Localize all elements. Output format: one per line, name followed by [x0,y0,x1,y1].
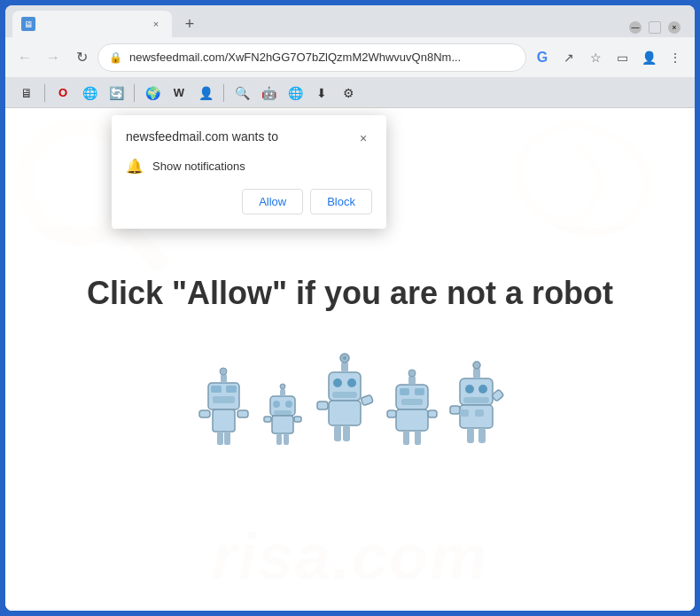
svg-rect-9 [217,432,223,445]
svg-rect-7 [199,410,210,417]
svg-rect-50 [463,397,489,403]
menu-button[interactable]: ⋮ [663,45,688,70]
svg-rect-40 [396,409,428,431]
svg-rect-38 [415,388,424,395]
toolbar-separator-1 [44,84,45,102]
svg-rect-37 [400,388,409,395]
svg-rect-19 [294,417,301,422]
new-tab-button[interactable]: + [174,11,206,37]
svg-rect-4 [226,386,237,393]
svg-rect-31 [334,425,341,441]
robot-4 [385,365,439,445]
google-button[interactable]: G [530,45,555,70]
svg-point-14 [273,401,280,408]
toolbar-icon-settings[interactable]: ⚙ [338,82,359,104]
address-text: newsfeedmail.com/XwFN2hGG7O7bZlQzmM2Whwv… [129,51,515,64]
active-tab[interactable]: 🖥 × [12,11,172,37]
toolbar-icon-robot[interactable]: 🤖 [258,82,279,104]
forward-button[interactable]: → [41,45,66,70]
back-button[interactable]: ← [12,45,37,70]
svg-rect-3 [211,386,222,393]
maximize-button[interactable] [649,21,661,34]
bookmark-button[interactable]: ☆ [583,45,608,70]
popup-actions: Allow Block [126,189,372,214]
robot-3 [313,347,377,445]
svg-rect-56 [473,368,480,378]
popup-close-button[interactable]: × [354,129,372,147]
svg-rect-28 [329,401,361,425]
allow-button[interactable]: Allow [242,189,303,214]
svg-point-35 [343,356,346,360]
captcha-heading: Click "Allow" if you are not a robot [87,275,613,312]
robot-2 [261,378,304,445]
browser-window: 🖥 × + — × ← → ↻ 🔒 newsfeedmail.com/XwFN2… [5,5,695,611]
svg-point-57 [473,362,480,369]
svg-point-49 [478,385,487,394]
popup-title: newsfeedmail.com wants to [126,129,278,144]
toolbar: 🖥 O 🌐 🔄 🌍 W 👤 🔍 🤖 🌐 ⬇ ⚙ [5,78,695,108]
minimize-button[interactable]: — [629,21,642,34]
svg-rect-18 [264,417,271,422]
svg-rect-44 [415,431,421,445]
notification-popup: newsfeedmail.com wants to × 🔔 Show notif… [112,115,386,229]
browser-frame: 🖥 × + — × ← → ↻ 🔒 newsfeedmail.com/XwFN2… [0,0,700,616]
svg-rect-33 [341,362,348,372]
page-content: risa.com Click "Allow" if you are not a … [5,108,695,611]
svg-rect-21 [284,433,289,445]
lock-icon: 🔒 [109,51,122,64]
popup-header: newsfeedmail.com wants to × [126,129,372,147]
popup-notification-row: 🔔 Show notifications [126,158,372,175]
profile-button[interactable]: 👤 [636,45,661,70]
svg-rect-58 [460,409,469,417]
toolbar-icon-globe2[interactable]: 🌍 [142,82,163,104]
bell-icon: 🔔 [126,158,144,175]
svg-rect-6 [213,409,235,432]
toolbar-icon-search[interactable]: 🔍 [231,82,253,104]
toolbar-icon-globe3[interactable]: 🌐 [284,82,306,104]
svg-rect-32 [343,425,350,441]
toolbar-icon-monitor[interactable]: 🖥 [16,82,37,104]
robots-illustration [195,347,505,445]
svg-rect-8 [237,410,248,417]
svg-point-23 [280,384,285,389]
split-screen-button[interactable]: ▭ [610,45,634,70]
svg-rect-29 [317,402,328,409]
tab-favicon: 🖥 [21,17,35,31]
svg-rect-5 [213,396,235,403]
toolbar-icon-globe1[interactable]: 🌐 [79,82,100,104]
svg-point-46 [408,370,416,377]
reload-button[interactable]: ↻ [69,45,94,70]
address-bar[interactable]: 🔒 newsfeedmail.com/XwFN2hGG7O7bZlQzmM2Wh… [97,43,526,72]
svg-point-15 [285,401,292,408]
toolbar-separator-2 [134,84,135,102]
toolbar-icon-sync[interactable]: 🔄 [105,82,127,104]
toolbar-separator-3 [223,84,224,102]
robot-1 [195,361,253,445]
svg-rect-43 [403,431,409,445]
toolbar-icon-download[interactable]: ⬇ [311,82,332,104]
svg-point-26 [347,378,356,387]
nav-right-icons: G ↗ ☆ ▭ 👤 ⋮ [530,45,688,70]
toolbar-icon-wordpress[interactable]: W [168,82,190,104]
svg-rect-10 [224,432,230,445]
close-window-button[interactable]: × [668,21,681,34]
svg-point-25 [333,378,342,387]
block-button[interactable]: Block [310,189,372,214]
svg-rect-59 [475,409,484,417]
svg-rect-17 [272,416,293,433]
nav-bar: ← → ↻ 🔒 newsfeedmail.com/XwFN2hGG7O7bZlQ… [5,37,695,78]
svg-rect-22 [280,389,285,396]
share-button[interactable]: ↗ [556,45,581,70]
svg-rect-42 [428,410,437,417]
svg-rect-54 [467,428,474,443]
svg-point-48 [465,385,474,394]
svg-point-12 [220,368,227,375]
svg-rect-39 [401,399,423,405]
robot-5 [447,356,505,445]
tab-close-button[interactable]: × [149,17,163,31]
toolbar-icon-opera[interactable]: O [52,82,74,104]
tab-bar: 🖥 × + — × [5,5,695,37]
svg-rect-20 [276,433,282,445]
notification-label: Show notifications [152,160,245,173]
toolbar-icon-user[interactable]: 👤 [195,82,216,104]
